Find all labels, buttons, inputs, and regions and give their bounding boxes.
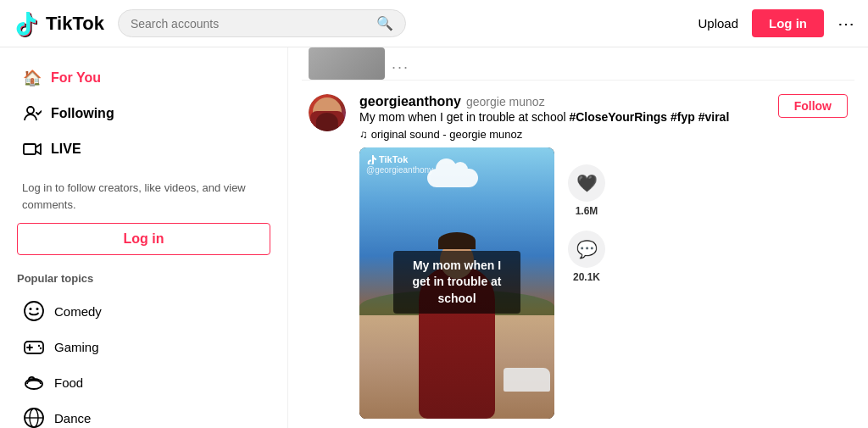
svg-point-4 (36, 308, 39, 310)
sidebar-item-label-following: Following (51, 106, 114, 121)
comment-action: 💬 20.1K (568, 231, 605, 283)
topic-item-food[interactable]: Food (17, 364, 270, 400)
logo-text: TikTok (46, 13, 104, 35)
avatar[interactable] (309, 94, 346, 131)
sidebar-item-label-live: LIVE (51, 142, 81, 157)
login-prompt-text: Log in to follow creators, like videos, … (22, 180, 265, 213)
post-body: georgieanthony georgie munoz My mom when… (359, 94, 848, 419)
like-button[interactable]: 🖤 (568, 164, 605, 202)
post-display-name: georgie munoz (466, 95, 545, 108)
post-sound: ♫ original sound - georgie munoz (359, 128, 729, 141)
comment-button[interactable]: 💬 (568, 231, 605, 268)
previous-video-strip: ... (302, 47, 854, 81)
gaming-icon (22, 335, 46, 359)
search-bar[interactable]: 🔍 (118, 9, 406, 37)
logo-area: TikTok (14, 10, 104, 37)
svg-point-3 (30, 308, 32, 310)
post-sound-text[interactable]: original sound - georgie munoz (371, 128, 523, 141)
watermark-tiktok-icon (366, 154, 376, 164)
video-watermark: TikTok @georgieanthony (366, 154, 433, 175)
topic-label-dance: Dance (54, 411, 91, 425)
tiktok-logo-icon (14, 10, 41, 37)
following-icon (22, 103, 42, 124)
hashtag-1[interactable]: #CloseYourRings (569, 110, 667, 124)
comment-count: 20.1K (573, 271, 600, 283)
like-count: 1.6M (576, 205, 598, 217)
login-button[interactable]: Log in (752, 9, 824, 37)
ellipsis-indicator: ... (392, 55, 409, 73)
hashtag-2[interactable]: #fyp (670, 110, 695, 124)
follow-button[interactable]: Follow (778, 94, 848, 118)
topic-label-food: Food (54, 375, 83, 390)
previous-video-thumbnail (309, 47, 385, 80)
search-input[interactable] (131, 17, 370, 31)
video-post: georgieanthony georgie munoz My mom when… (302, 81, 854, 428)
heart-icon: 🖤 (576, 173, 598, 193)
watermark-logo: TikTok (366, 154, 433, 164)
post-header: georgieanthony georgie munoz My mom when… (359, 94, 848, 141)
post-caption: My mom when I get in trouble at school #… (359, 110, 729, 124)
watermark-logo-text: TikTok (379, 154, 408, 164)
sidebar-item-live[interactable]: LIVE (17, 132, 270, 166)
video-caption-overlay: My mom when I get in trouble at school (393, 251, 520, 314)
header: TikTok 🔍 Upload Log in ⋯ (0, 0, 868, 47)
post-left (309, 94, 346, 419)
car-decoration (504, 368, 550, 392)
sidebar-item-for-you[interactable]: 🏠 For You (17, 61, 270, 95)
home-icon: 🏠 (22, 68, 42, 88)
video-background: TikTok @georgieanthony My mom when I get… (359, 147, 554, 419)
topic-label-gaming: Gaming (54, 340, 99, 354)
dance-icon (22, 406, 46, 428)
comedy-icon (22, 299, 46, 323)
popular-topics-title: Popular topics (17, 272, 270, 285)
upload-button[interactable]: Upload (698, 16, 738, 31)
sidebar-item-label-for-you: For You (51, 70, 101, 86)
svg-rect-1 (24, 144, 36, 154)
food-icon (22, 370, 46, 394)
topic-item-dance[interactable]: Dance (17, 400, 270, 428)
more-options-icon[interactable]: ⋯ (837, 14, 854, 34)
sidebar: 🏠 For You Following (0, 47, 288, 428)
search-icon: 🔍 (376, 15, 393, 31)
topic-item-comedy[interactable]: Comedy (17, 293, 270, 329)
hashtag-3[interactable]: #viral (698, 110, 730, 124)
video-player[interactable]: TikTok @georgieanthony My mom when I get… (359, 147, 554, 419)
music-note-icon: ♫ (359, 128, 368, 141)
sidebar-nav: 🏠 For You Following (17, 61, 270, 166)
person-hair (438, 232, 476, 249)
video-actions: 🖤 1.6M 💬 20.1K (568, 147, 605, 419)
header-right: Upload Log in ⋯ (698, 9, 854, 37)
post-caption-text: My mom when I get in trouble at school (359, 110, 569, 124)
svg-point-6 (38, 345, 40, 347)
svg-point-0 (27, 107, 34, 114)
post-username-line: georgieanthony georgie munoz (359, 94, 729, 109)
svg-point-2 (25, 302, 43, 320)
video-area: TikTok @georgieanthony My mom when I get… (359, 147, 848, 419)
cloud-decoration (427, 169, 478, 187)
avatar-image (309, 94, 346, 131)
sidebar-item-following[interactable]: Following (17, 97, 270, 131)
post-username[interactable]: georgieanthony (359, 94, 461, 109)
svg-point-7 (40, 347, 42, 349)
content-area: ... georgieanthony (288, 47, 868, 428)
comment-icon: 💬 (576, 239, 598, 259)
sidebar-login-button[interactable]: Log in (17, 223, 270, 255)
topic-label-comedy: Comedy (54, 304, 102, 319)
live-icon (22, 139, 42, 159)
watermark-handle: @georgieanthony (366, 165, 433, 175)
like-action: 🖤 1.6M (568, 164, 605, 217)
main-layout: 🏠 For You Following (0, 47, 868, 428)
topic-item-gaming[interactable]: Gaming (17, 329, 270, 364)
post-user-info: georgieanthony georgie munoz My mom when… (359, 94, 729, 141)
